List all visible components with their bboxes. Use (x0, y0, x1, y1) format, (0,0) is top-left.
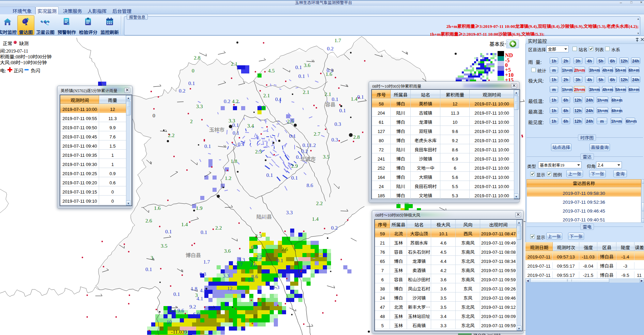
svg-text:12: 12 (227, 285, 233, 291)
svg-text:0.1: 0.1 (289, 133, 296, 139)
svg-text:3.3: 3.3 (286, 210, 293, 215)
svg-text:2.6: 2.6 (145, 218, 152, 223)
svg-text:0.1: 0.1 (277, 257, 283, 263)
svg-text:0.1: 0.1 (188, 80, 195, 86)
svg-text:2.9: 2.9 (291, 163, 298, 169)
svg-text:1.7: 1.7 (203, 259, 210, 265)
svg-text:0.1: 0.1 (233, 130, 239, 136)
svg-text:2.1: 2.1 (263, 93, 270, 98)
svg-text:2.1: 2.1 (231, 61, 237, 67)
svg-text:2.3: 2.3 (255, 149, 262, 154)
svg-text:4.7: 4.7 (200, 287, 207, 293)
svg-text:3.3: 3.3 (223, 273, 230, 279)
svg-text:博白县: 博白县 (186, 251, 201, 258)
svg-text:2.1: 2.1 (325, 91, 331, 97)
svg-text:2.8: 2.8 (353, 134, 360, 140)
svg-text:11.3: 11.3 (270, 284, 280, 290)
svg-text:3.3: 3.3 (238, 257, 245, 263)
svg-text:3: 3 (151, 255, 153, 261)
svg-text:8.6: 8.6 (307, 182, 313, 188)
svg-text:0.2: 0.2 (301, 148, 308, 154)
svg-text:2.6: 2.6 (281, 246, 288, 252)
svg-text:0: 0 (153, 113, 155, 118)
svg-text:容县: 容县 (325, 101, 335, 108)
svg-text:0.2: 0.2 (179, 88, 185, 94)
svg-text:10: 10 (167, 319, 172, 325)
svg-text:玉林市: 玉林市 (209, 126, 224, 133)
svg-text:3.5: 3.5 (161, 243, 168, 249)
svg-text:0.1: 0.1 (266, 172, 273, 178)
svg-text:0.1: 0.1 (165, 229, 172, 234)
svg-text:9.6: 9.6 (177, 307, 184, 313)
svg-text:0.1: 0.1 (145, 266, 152, 272)
svg-text:4.5: 4.5 (268, 68, 275, 73)
svg-text:4.2: 4.2 (232, 98, 238, 104)
svg-text:陆川县: 陆川县 (256, 213, 272, 220)
svg-text:2.7: 2.7 (314, 131, 320, 137)
svg-text:0.1: 0.1 (357, 94, 364, 100)
svg-text:0.2: 0.2 (327, 46, 333, 51)
svg-text:0.1: 0.1 (275, 96, 282, 102)
svg-text:0: 0 (192, 68, 194, 73)
svg-text:0.3: 0.3 (334, 121, 341, 127)
svg-text:6.9: 6.9 (193, 311, 200, 317)
svg-text:0.2: 0.2 (331, 225, 337, 231)
svg-text:2: 2 (190, 118, 193, 124)
svg-text:-11.039: -11.039 (171, 329, 187, 335)
svg-text:北流市: 北流市 (300, 155, 316, 162)
svg-text:0.1: 0.1 (295, 64, 302, 70)
svg-text:0.1: 0.1 (232, 122, 239, 128)
svg-text:0.1: 0.1 (204, 143, 211, 149)
svg-text:2.6: 2.6 (250, 262, 257, 267)
svg-text:3.6: 3.6 (304, 62, 311, 68)
svg-text:3.3: 3.3 (196, 103, 203, 109)
svg-text:0.3: 0.3 (200, 271, 206, 277)
svg-text:0.1: 0.1 (238, 141, 244, 147)
svg-text:0.3: 0.3 (331, 137, 338, 143)
svg-text:1.4: 1.4 (312, 216, 319, 222)
svg-text:0.1: 0.1 (298, 73, 305, 79)
svg-text:4.4: 4.4 (169, 307, 176, 313)
svg-text:0.1: 0.1 (291, 175, 298, 181)
svg-text:2.2: 2.2 (215, 225, 222, 231)
svg-text:1.8: 1.8 (191, 286, 198, 291)
svg-text:2.5: 2.5 (287, 118, 294, 124)
svg-text:0.1: 0.1 (339, 107, 346, 113)
svg-text:0.1: 0.1 (258, 104, 265, 110)
svg-text:3.4: 3.4 (247, 123, 254, 129)
svg-text:1.9: 1.9 (196, 205, 203, 211)
svg-text:2.8: 2.8 (194, 55, 201, 61)
svg-text:3.6: 3.6 (224, 248, 231, 254)
svg-text:1.6: 1.6 (154, 205, 161, 211)
svg-text:0.1: 0.1 (302, 142, 309, 148)
svg-text:2.2: 2.2 (168, 132, 174, 138)
svg-text:0.9: 0.9 (251, 244, 258, 250)
svg-text:4.1: 4.1 (197, 296, 203, 301)
svg-text:0.2: 0.2 (224, 98, 230, 104)
svg-text:1.2: 1.2 (225, 175, 231, 181)
svg-text:1.8: 1.8 (231, 158, 237, 164)
svg-text:1.7: 1.7 (334, 37, 341, 43)
svg-text:0.1: 0.1 (201, 229, 207, 235)
svg-text:5.3: 5.3 (248, 277, 255, 283)
svg-text:1.4: 1.4 (181, 221, 188, 227)
svg-text:1.2: 1.2 (309, 142, 316, 148)
svg-text:3.5: 3.5 (323, 154, 330, 160)
svg-text:1.6: 1.6 (326, 71, 332, 77)
svg-text:2.1: 2.1 (303, 89, 309, 95)
svg-text:2.2: 2.2 (256, 254, 262, 260)
svg-text:0.1: 0.1 (173, 291, 180, 297)
svg-text:1.4: 1.4 (351, 96, 358, 102)
svg-text:9.2: 9.2 (189, 304, 196, 309)
svg-text:2.3: 2.3 (255, 233, 262, 239)
svg-text:2.2: 2.2 (316, 200, 323, 206)
